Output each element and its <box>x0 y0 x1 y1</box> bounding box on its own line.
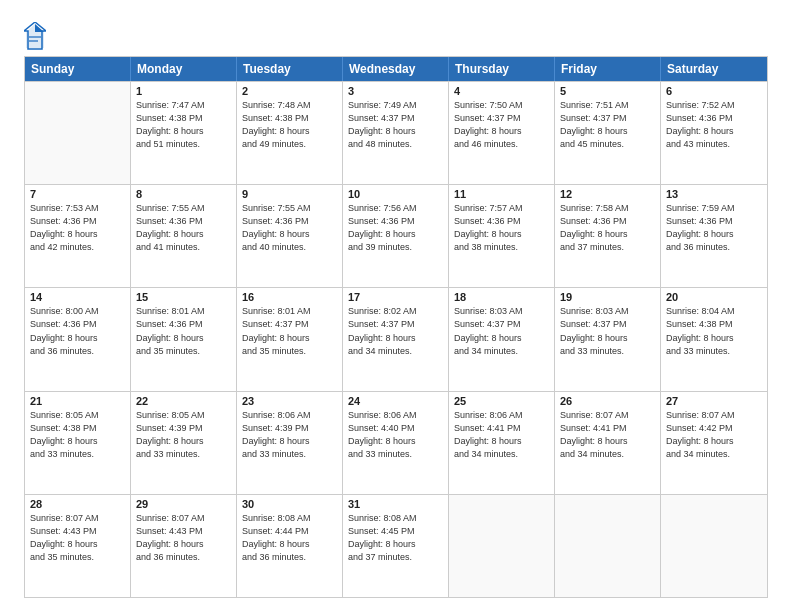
calendar-day-31: 31Sunrise: 8:08 AM Sunset: 4:45 PM Dayli… <box>343 495 449 597</box>
day-number: 26 <box>560 395 655 407</box>
calendar-day-14: 14Sunrise: 8:00 AM Sunset: 4:36 PM Dayli… <box>25 288 131 390</box>
day-info: Sunrise: 8:06 AM Sunset: 4:39 PM Dayligh… <box>242 409 337 461</box>
calendar-day-29: 29Sunrise: 8:07 AM Sunset: 4:43 PM Dayli… <box>131 495 237 597</box>
day-info: Sunrise: 7:56 AM Sunset: 4:36 PM Dayligh… <box>348 202 443 254</box>
calendar-day-19: 19Sunrise: 8:03 AM Sunset: 4:37 PM Dayli… <box>555 288 661 390</box>
logo <box>24 22 50 50</box>
day-info: Sunrise: 8:06 AM Sunset: 4:41 PM Dayligh… <box>454 409 549 461</box>
calendar-empty-cell <box>449 495 555 597</box>
day-info: Sunrise: 8:07 AM Sunset: 4:41 PM Dayligh… <box>560 409 655 461</box>
header-day-sunday: Sunday <box>25 57 131 81</box>
day-info: Sunrise: 7:53 AM Sunset: 4:36 PM Dayligh… <box>30 202 125 254</box>
logo-icon <box>24 22 46 50</box>
calendar-day-12: 12Sunrise: 7:58 AM Sunset: 4:36 PM Dayli… <box>555 185 661 287</box>
day-number: 22 <box>136 395 231 407</box>
day-number: 6 <box>666 85 762 97</box>
header-day-monday: Monday <box>131 57 237 81</box>
day-number: 3 <box>348 85 443 97</box>
calendar-day-1: 1Sunrise: 7:47 AM Sunset: 4:38 PM Daylig… <box>131 82 237 184</box>
day-number: 31 <box>348 498 443 510</box>
calendar-day-21: 21Sunrise: 8:05 AM Sunset: 4:38 PM Dayli… <box>25 392 131 494</box>
header-day-tuesday: Tuesday <box>237 57 343 81</box>
day-number: 23 <box>242 395 337 407</box>
day-info: Sunrise: 8:00 AM Sunset: 4:36 PM Dayligh… <box>30 305 125 357</box>
day-info: Sunrise: 8:05 AM Sunset: 4:38 PM Dayligh… <box>30 409 125 461</box>
calendar-day-8: 8Sunrise: 7:55 AM Sunset: 4:36 PM Daylig… <box>131 185 237 287</box>
day-number: 28 <box>30 498 125 510</box>
calendar-week-2: 7Sunrise: 7:53 AM Sunset: 4:36 PM Daylig… <box>25 184 767 287</box>
calendar-day-18: 18Sunrise: 8:03 AM Sunset: 4:37 PM Dayli… <box>449 288 555 390</box>
calendar-day-27: 27Sunrise: 8:07 AM Sunset: 4:42 PM Dayli… <box>661 392 767 494</box>
day-number: 2 <box>242 85 337 97</box>
calendar-day-4: 4Sunrise: 7:50 AM Sunset: 4:37 PM Daylig… <box>449 82 555 184</box>
day-info: Sunrise: 8:02 AM Sunset: 4:37 PM Dayligh… <box>348 305 443 357</box>
calendar: SundayMondayTuesdayWednesdayThursdayFrid… <box>24 56 768 598</box>
day-number: 18 <box>454 291 549 303</box>
day-number: 4 <box>454 85 549 97</box>
day-info: Sunrise: 7:57 AM Sunset: 4:36 PM Dayligh… <box>454 202 549 254</box>
day-info: Sunrise: 8:07 AM Sunset: 4:43 PM Dayligh… <box>136 512 231 564</box>
day-number: 13 <box>666 188 762 200</box>
calendar-day-20: 20Sunrise: 8:04 AM Sunset: 4:38 PM Dayli… <box>661 288 767 390</box>
day-number: 29 <box>136 498 231 510</box>
day-number: 11 <box>454 188 549 200</box>
day-info: Sunrise: 7:55 AM Sunset: 4:36 PM Dayligh… <box>242 202 337 254</box>
calendar-empty-cell <box>555 495 661 597</box>
calendar-day-30: 30Sunrise: 8:08 AM Sunset: 4:44 PM Dayli… <box>237 495 343 597</box>
svg-rect-2 <box>29 36 41 38</box>
day-number: 9 <box>242 188 337 200</box>
day-info: Sunrise: 8:04 AM Sunset: 4:38 PM Dayligh… <box>666 305 762 357</box>
calendar-day-25: 25Sunrise: 8:06 AM Sunset: 4:41 PM Dayli… <box>449 392 555 494</box>
day-number: 16 <box>242 291 337 303</box>
calendar-day-3: 3Sunrise: 7:49 AM Sunset: 4:37 PM Daylig… <box>343 82 449 184</box>
calendar-day-11: 11Sunrise: 7:57 AM Sunset: 4:36 PM Dayli… <box>449 185 555 287</box>
header-day-saturday: Saturday <box>661 57 767 81</box>
day-number: 30 <box>242 498 337 510</box>
calendar-day-26: 26Sunrise: 8:07 AM Sunset: 4:41 PM Dayli… <box>555 392 661 494</box>
calendar-week-3: 14Sunrise: 8:00 AM Sunset: 4:36 PM Dayli… <box>25 287 767 390</box>
calendar-body: 1Sunrise: 7:47 AM Sunset: 4:38 PM Daylig… <box>25 81 767 597</box>
day-number: 5 <box>560 85 655 97</box>
day-info: Sunrise: 8:08 AM Sunset: 4:44 PM Dayligh… <box>242 512 337 564</box>
calendar-day-16: 16Sunrise: 8:01 AM Sunset: 4:37 PM Dayli… <box>237 288 343 390</box>
day-number: 24 <box>348 395 443 407</box>
day-info: Sunrise: 7:52 AM Sunset: 4:36 PM Dayligh… <box>666 99 762 151</box>
day-number: 10 <box>348 188 443 200</box>
calendar-day-22: 22Sunrise: 8:05 AM Sunset: 4:39 PM Dayli… <box>131 392 237 494</box>
day-info: Sunrise: 7:50 AM Sunset: 4:37 PM Dayligh… <box>454 99 549 151</box>
day-info: Sunrise: 7:47 AM Sunset: 4:38 PM Dayligh… <box>136 99 231 151</box>
day-info: Sunrise: 8:03 AM Sunset: 4:37 PM Dayligh… <box>454 305 549 357</box>
header-day-thursday: Thursday <box>449 57 555 81</box>
day-number: 17 <box>348 291 443 303</box>
day-info: Sunrise: 8:07 AM Sunset: 4:42 PM Dayligh… <box>666 409 762 461</box>
day-number: 27 <box>666 395 762 407</box>
calendar-day-6: 6Sunrise: 7:52 AM Sunset: 4:36 PM Daylig… <box>661 82 767 184</box>
calendar-empty-cell <box>661 495 767 597</box>
day-number: 7 <box>30 188 125 200</box>
day-info: Sunrise: 7:51 AM Sunset: 4:37 PM Dayligh… <box>560 99 655 151</box>
header-day-wednesday: Wednesday <box>343 57 449 81</box>
day-info: Sunrise: 7:48 AM Sunset: 4:38 PM Dayligh… <box>242 99 337 151</box>
day-info: Sunrise: 8:05 AM Sunset: 4:39 PM Dayligh… <box>136 409 231 461</box>
calendar-day-28: 28Sunrise: 8:07 AM Sunset: 4:43 PM Dayli… <box>25 495 131 597</box>
calendar-empty-cell <box>25 82 131 184</box>
day-info: Sunrise: 7:49 AM Sunset: 4:37 PM Dayligh… <box>348 99 443 151</box>
day-info: Sunrise: 8:06 AM Sunset: 4:40 PM Dayligh… <box>348 409 443 461</box>
calendar-day-24: 24Sunrise: 8:06 AM Sunset: 4:40 PM Dayli… <box>343 392 449 494</box>
calendar-week-4: 21Sunrise: 8:05 AM Sunset: 4:38 PM Dayli… <box>25 391 767 494</box>
svg-rect-3 <box>29 40 38 42</box>
day-number: 8 <box>136 188 231 200</box>
day-info: Sunrise: 7:59 AM Sunset: 4:36 PM Dayligh… <box>666 202 762 254</box>
day-number: 12 <box>560 188 655 200</box>
calendar-day-10: 10Sunrise: 7:56 AM Sunset: 4:36 PM Dayli… <box>343 185 449 287</box>
calendar-day-17: 17Sunrise: 8:02 AM Sunset: 4:37 PM Dayli… <box>343 288 449 390</box>
day-info: Sunrise: 7:55 AM Sunset: 4:36 PM Dayligh… <box>136 202 231 254</box>
calendar-day-9: 9Sunrise: 7:55 AM Sunset: 4:36 PM Daylig… <box>237 185 343 287</box>
calendar-header-row: SundayMondayTuesdayWednesdayThursdayFrid… <box>25 57 767 81</box>
day-info: Sunrise: 8:01 AM Sunset: 4:36 PM Dayligh… <box>136 305 231 357</box>
day-number: 15 <box>136 291 231 303</box>
day-number: 21 <box>30 395 125 407</box>
calendar-day-15: 15Sunrise: 8:01 AM Sunset: 4:36 PM Dayli… <box>131 288 237 390</box>
calendar-day-7: 7Sunrise: 7:53 AM Sunset: 4:36 PM Daylig… <box>25 185 131 287</box>
day-number: 19 <box>560 291 655 303</box>
